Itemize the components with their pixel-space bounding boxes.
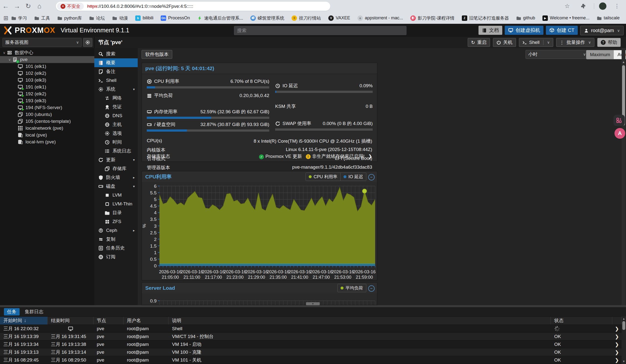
bookmark-item[interactable]: tailscale xyxy=(597,15,620,21)
open-task-chevron-icon[interactable]: ❯ xyxy=(612,356,622,364)
back-icon[interactable]: ← xyxy=(0,2,11,10)
home-icon[interactable]: ⌂ xyxy=(34,2,45,10)
help-button[interactable]: ? 帮助 xyxy=(597,38,621,47)
column-header-3[interactable]: 用户名 xyxy=(123,317,169,324)
column-header-5[interactable]: 状态 xyxy=(551,317,612,324)
column-header-0[interactable]: 开始时间 ↓ xyxy=(0,317,47,324)
splitter-collapse-handle[interactable]: ▼ xyxy=(306,302,320,305)
bookmark-item[interactable]: 0挂刀行情站 xyxy=(292,15,321,21)
bookmark-item[interactable]: VVAXEE xyxy=(328,15,350,21)
menu-item-18[interactable]: 目录 xyxy=(94,208,138,217)
open-task-chevron-icon[interactable]: ❯ xyxy=(612,333,622,340)
shutdown-button[interactable]: 关机 xyxy=(493,38,516,47)
menu-item-11[interactable]: 系统日志 xyxy=(94,147,138,155)
tree-item[interactable]: local (pve) xyxy=(0,132,94,138)
panel-splitter[interactable] xyxy=(0,305,626,307)
menu-item-20[interactable]: Ceph▸ xyxy=(94,226,138,235)
maximum-button[interactable]: Maximum xyxy=(586,50,614,59)
package-versions-button[interactable]: 软件包版本 xyxy=(142,50,172,59)
menu-item-8[interactable]: 主机 xyxy=(94,120,138,129)
extension-grid-icon[interactable] xyxy=(614,115,625,126)
menu-item-16[interactable]: LVM xyxy=(94,191,138,200)
menu-item-23[interactable]: 订阅 xyxy=(94,252,138,261)
extensions-icon[interactable] xyxy=(578,3,589,9)
view-selector-dropdown[interactable]: 服务器视图 ∨ xyxy=(2,38,81,47)
menu-item-17[interactable]: LVM-Thin xyxy=(94,200,138,208)
global-search-input[interactable]: 搜索 xyxy=(234,26,406,35)
bookmark-item[interactable]: bbilibili xyxy=(135,15,153,21)
tree-item[interactable]: ▶194 (NFS-Server) xyxy=(0,104,94,111)
task-row[interactable]: 三月 16 19:13:13三月 16 19:13:14pveroot@pamV… xyxy=(0,348,626,356)
bookmark-item[interactable]: OnProcessOn xyxy=(161,15,190,21)
open-task-chevron-icon[interactable]: ❯ xyxy=(612,325,622,332)
shell-button[interactable]: Shell ∨ xyxy=(519,38,553,47)
reboot-button[interactable]: ↻重启 xyxy=(468,38,490,47)
tree-item[interactable]: ▶191 (elk1) xyxy=(0,83,94,90)
bookmark-item[interactable]: github xyxy=(516,15,535,21)
menu-item-2[interactable]: 备注 xyxy=(94,67,138,76)
tree-item[interactable]: ▶192 (elk2) xyxy=(0,90,94,97)
tab-cluster-log[interactable]: 集群日志 xyxy=(22,308,46,316)
menu-item-10[interactable]: 时间 xyxy=(94,138,138,147)
menu-item-9[interactable]: 选项 xyxy=(94,129,138,138)
tree-item[interactable]: localnetwork (pve) xyxy=(0,125,94,132)
docs-button[interactable]: 文档 xyxy=(478,26,502,35)
task-row[interactable]: 三月 16 22:00:32pveroot@pamShell❯ xyxy=(0,325,626,333)
collapse-chart-icon[interactable]: – xyxy=(368,174,375,180)
tree-item[interactable]: 103 (elk3) xyxy=(0,77,94,83)
menu-item-15[interactable]: 磁盘▾ xyxy=(94,182,138,191)
open-task-chevron-icon[interactable]: ❯ xyxy=(612,340,622,348)
bookmark-item[interactable]: Z旧笔记本打造服务器 xyxy=(462,15,509,21)
forward-icon[interactable]: → xyxy=(11,2,23,10)
tree-expander-icon[interactable]: ∨ xyxy=(7,58,12,62)
menu-item-7[interactable]: DNS xyxy=(94,111,138,120)
menu-item-21[interactable]: 复制 xyxy=(94,235,138,244)
menu-item-19[interactable]: ZFS xyxy=(94,217,138,226)
menu-item-5[interactable]: 网络 xyxy=(94,94,138,102)
bookmark-item[interactable]: 影影刀学院-课程详情 xyxy=(410,15,455,21)
task-scroll-up-icon[interactable]: ▲ xyxy=(622,317,625,320)
user-menu-button[interactable]: root@pam ∨ xyxy=(580,26,624,35)
column-header-1[interactable]: 结束时间 xyxy=(47,317,93,324)
time-range-dropdown[interactable]: 小时 ∨ xyxy=(526,50,588,59)
chevron-down-icon[interactable]: ∨ xyxy=(547,40,550,45)
tree-settings-button[interactable] xyxy=(83,38,92,47)
create-ct-button[interactable]: 创建 CT xyxy=(546,26,578,35)
legend-io[interactable]: IO 延迟 xyxy=(340,173,366,181)
menu-item-1[interactable]: 概要 xyxy=(94,58,138,67)
tree-item[interactable]: 105 (centos-template) xyxy=(0,118,94,125)
translate-extension-icon[interactable]: A xyxy=(615,128,625,139)
bookmark-item[interactable]: 速电通后台管理系... xyxy=(197,15,243,21)
tab-tasks[interactable]: 任务 xyxy=(4,308,20,316)
bookmark-item[interactable]: 嵘嵘筑管理系统 xyxy=(250,15,284,21)
tree-item[interactable]: 101 (elk1) xyxy=(0,63,94,70)
bookmark-star-icon[interactable]: ☆ xyxy=(562,3,573,9)
legend-loadavg[interactable]: 平均负荷 xyxy=(338,284,366,292)
menu-item-4[interactable]: 系统▾ xyxy=(94,85,138,94)
task-row[interactable]: 三月 16 19:13:34三月 16 19:13:38pveroot@pamV… xyxy=(0,340,626,348)
bookmark-item[interactable]: 论坛 xyxy=(89,15,105,21)
bulk-actions-button[interactable]: ⋮ 批量操作 ∨ xyxy=(556,38,594,47)
task-row[interactable]: 三月 16 08:29:45三月 16 08:29:50pveroot@pamV… xyxy=(0,356,626,364)
address-bar[interactable]: ✕ 不安全 https://100.64.0.2:8006/#v1:0:=nod… xyxy=(56,2,330,11)
kebab-menu-icon[interactable]: ⋮ xyxy=(611,3,623,9)
menu-item-0[interactable]: 搜索 xyxy=(94,49,138,58)
menu-item-shell[interactable]: Shell xyxy=(94,76,138,85)
task-scrollbar-thumb[interactable] xyxy=(622,321,625,330)
task-scroll-down-icon[interactable]: ▼ xyxy=(622,360,625,363)
menu-item-13[interactable]: 存储库 xyxy=(94,164,138,173)
task-row[interactable]: 三月 16 19:13:39三月 16 19:31:45pveroot@pamV… xyxy=(0,333,626,340)
avatar[interactable] xyxy=(599,2,606,10)
tree-item[interactable]: local-lvm (pve) xyxy=(0,138,94,145)
tree-item[interactable]: 100 (ubuntu) xyxy=(0,111,94,118)
tree-item-datacenter[interactable]: ∨数据中心 xyxy=(0,49,94,56)
tree-item-node-pve[interactable]: ∨✓pve xyxy=(0,56,94,63)
chevron-right-icon[interactable]: ❯ xyxy=(368,154,372,159)
menu-item-12[interactable]: 更新▾ xyxy=(94,155,138,164)
apps-grid-icon[interactable]: ⊞ xyxy=(3,15,8,22)
menu-item-14[interactable]: 防火墙▸ xyxy=(94,173,138,182)
bookmark-item[interactable]: 学习 xyxy=(11,15,27,21)
create-vm-button[interactable]: 创建虚拟机 xyxy=(505,26,544,35)
tree-expander-icon[interactable]: ∨ xyxy=(2,51,6,55)
reload-icon[interactable]: ↻ xyxy=(23,2,34,10)
